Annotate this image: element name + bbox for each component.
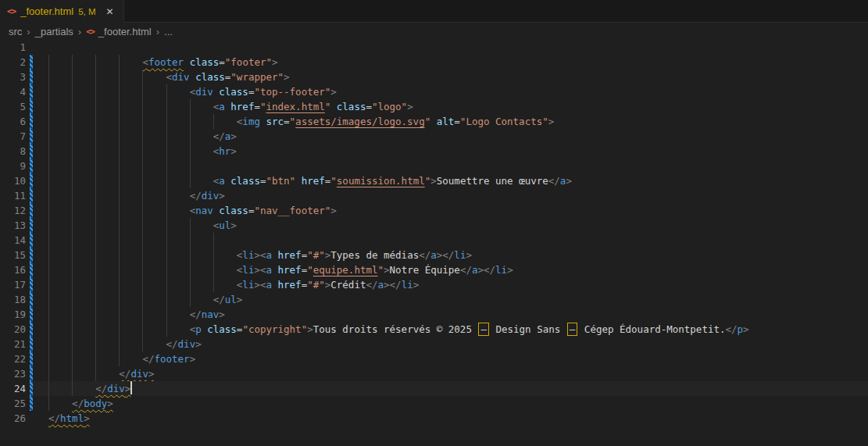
line-number[interactable]: 10 <box>0 173 26 188</box>
code-line-content[interactable]: <nav class="nav__footer"> <box>33 203 868 218</box>
code-line-content[interactable]: <a href="index.html" class="logo"> <box>33 99 868 114</box>
code-token: div <box>195 86 213 98</box>
line-number[interactable]: 13 <box>0 218 26 233</box>
line-number[interactable]: 5 <box>0 99 26 114</box>
line-number[interactable]: 26 <box>0 411 26 426</box>
code-line-content[interactable]: <li><a href="#">Types de médias</a></li> <box>33 248 868 262</box>
code-line-content[interactable]: </footer> <box>33 351 868 366</box>
code-token: div <box>107 383 125 394</box>
code-line: 11 </div> <box>0 188 868 203</box>
code-line-content[interactable]: <ul> <box>33 218 868 233</box>
code-line-content[interactable] <box>33 159 868 173</box>
code-line: 22 </footer> <box>0 351 868 366</box>
code-token: "wrapper" <box>230 71 284 83</box>
line-number[interactable]: 3 <box>0 70 26 84</box>
line-number[interactable]: 12 <box>0 203 26 218</box>
code-token: > <box>384 264 390 276</box>
code-token: li <box>402 279 413 291</box>
line-number[interactable]: 17 <box>0 277 26 292</box>
line-number[interactable]: 9 <box>0 159 26 173</box>
line-number[interactable]: 20 <box>0 322 26 337</box>
breadcrumb-item-partials[interactable]: _partials <box>35 26 73 37</box>
line-number[interactable]: 14 <box>0 233 26 248</box>
code-token: > <box>743 323 749 335</box>
code-line-content[interactable]: <li><a href="equipe.html">Notre Équipe</… <box>33 262 868 277</box>
code-line-content[interactable]: </div> <box>33 337 868 351</box>
tab-filename: _footer.html <box>20 5 73 17</box>
code-line-content[interactable]: <img src="assets/images/logo.svg" alt="L… <box>33 114 868 129</box>
code-line: 23 </div> <box>0 366 868 381</box>
code-token: > <box>230 145 237 157</box>
code-token: > <box>507 264 513 276</box>
code-line-content[interactable]: </a> <box>33 129 868 144</box>
code-token: ul <box>219 219 230 231</box>
line-number[interactable]: 23 <box>0 366 26 381</box>
code-token: class <box>207 323 237 335</box>
indent-guides <box>48 248 237 262</box>
breadcrumb-item-src[interactable]: src <box>9 26 22 37</box>
code-line-content[interactable]: </div> <box>33 188 868 203</box>
line-number[interactable]: 8 <box>0 144 26 159</box>
breadcrumb-item-footer-html[interactable]: <> _footer.html <box>86 26 152 37</box>
code-token: "Logo Contacts" <box>460 116 548 127</box>
code-line: 1 <box>0 40 868 55</box>
code-token: alt <box>437 116 455 127</box>
breadcrumb-item-symbol-path[interactable]: ... <box>164 26 173 37</box>
code-line-content[interactable] <box>33 40 868 55</box>
tab-footer-html[interactable]: <> _footer.html 5, M ✕ <box>0 0 124 23</box>
code-token: ></ <box>384 279 402 291</box>
code-token: a <box>219 175 225 187</box>
close-icon[interactable]: ✕ <box>104 5 116 18</box>
code-token: class <box>190 56 220 68</box>
code-line-content[interactable]: <div class="top--footer"> <box>33 84 868 99</box>
line-number[interactable]: 2 <box>0 55 26 70</box>
indent-guides <box>48 322 190 337</box>
indent-guides <box>48 84 190 99</box>
line-number[interactable]: 21 <box>0 337 26 351</box>
code-token: "top--footer" <box>254 86 330 98</box>
code-line-content[interactable]: <p class="copyright">Tous droits réservé… <box>33 322 868 337</box>
code-token: class <box>337 101 366 112</box>
code-token: p <box>738 323 744 335</box>
code-token: ul <box>225 294 237 305</box>
indent-guides <box>48 70 166 84</box>
code-line-content[interactable]: </div> <box>33 366 868 381</box>
code-line-content[interactable]: <li><a href="#">Crédit</a></li> <box>33 277 868 292</box>
line-number[interactable]: 7 <box>0 129 26 144</box>
code-token: class <box>219 205 248 216</box>
line-number[interactable]: 4 <box>0 84 26 99</box>
line-number[interactable]: 15 <box>0 248 26 262</box>
code-line: 15 <li><a href="#">Types de médias</a></… <box>0 248 868 262</box>
code-line-content[interactable]: </html> <box>33 411 868 426</box>
code-line-content[interactable]: </nav> <box>33 307 868 322</box>
code-line-content[interactable]: </body> <box>33 396 868 411</box>
line-number[interactable]: 1 <box>0 40 26 55</box>
line-number[interactable]: 18 <box>0 292 26 307</box>
code-token: > <box>107 398 113 409</box>
code-line-content[interactable]: <a class="btn" href="soumission.html">So… <box>33 173 868 188</box>
line-number[interactable]: 25 <box>0 396 26 411</box>
code-line-content[interactable]: <div class="wrapper"> <box>33 70 868 84</box>
html-file-icon: <> <box>86 27 95 36</box>
breadcrumb: src › _partials › <> _footer.html › ... <box>0 23 868 40</box>
code-token: > <box>430 175 437 187</box>
line-number[interactable]: 16 <box>0 262 26 277</box>
code-token: > <box>330 86 337 98</box>
code-token: class <box>219 86 248 98</box>
code-editor[interactable]: 12 <footer class="footer">3 <div class="… <box>0 40 868 446</box>
line-number[interactable]: 19 <box>0 307 26 322</box>
code-token: </ <box>142 353 154 365</box>
code-line: 24 </div> <box>0 381 868 396</box>
line-number[interactable]: 6 <box>0 114 26 129</box>
line-number[interactable]: 24 <box>0 381 26 396</box>
code-line-content[interactable] <box>33 233 868 248</box>
line-number[interactable]: 11 <box>0 188 26 203</box>
code-token: li <box>495 264 507 276</box>
code-line-content[interactable]: <hr> <box>33 144 868 159</box>
code-token: > <box>190 353 196 365</box>
code-line-content[interactable]: </div> <box>33 381 868 396</box>
line-number[interactable]: 22 <box>0 351 26 366</box>
code-line-content[interactable]: <footer class="footer"> <box>33 55 868 70</box>
code-line-content[interactable]: </ul> <box>33 292 868 307</box>
indent-guides <box>48 307 190 322</box>
